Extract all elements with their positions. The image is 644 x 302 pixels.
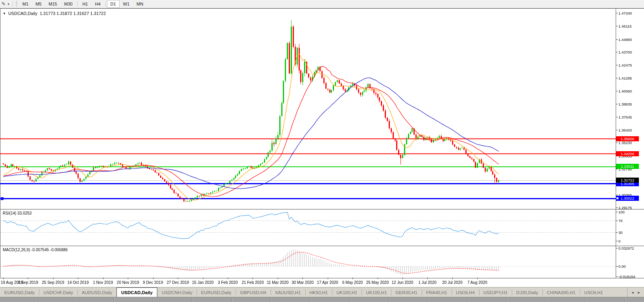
price-axis-tick: 1.47340	[618, 11, 632, 15]
price-axis-tick: 1.43700	[618, 50, 632, 54]
timeframe-button-m15[interactable]: M15	[45, 0, 61, 8]
tab-eurusd-daily[interactable]: EURUSD,Daily	[197, 287, 236, 297]
price-axis-tick: 1.40060	[618, 89, 632, 93]
price-axis-tick: 1.37645	[618, 115, 632, 119]
price-axis-tick: 1.44890	[618, 37, 632, 42]
status-pane-divider	[507, 298, 507, 302]
price-level-label: 1.33011	[616, 164, 639, 169]
rsi-axis-tick: 100	[618, 210, 625, 214]
timeframe-button-m5[interactable]: M5	[32, 0, 45, 8]
timeframe-button-w1[interactable]: W1	[120, 0, 133, 8]
mt4-application-window: ✎ ▼ M1M5M15M30H1H4D1W1MN ▼ USDCAD,Daily …	[0, 0, 644, 302]
price-level-label: 1.35606	[616, 136, 639, 141]
line-drag-handle[interactable]	[616, 197, 619, 200]
date-label: 21 Feb 2020	[242, 280, 264, 285]
price-axis-tick: 1.41285	[618, 76, 632, 80]
draw-tool-button[interactable]: ✎ ▼	[0, 0, 11, 8]
rsi-axis-tick: 30	[618, 230, 623, 235]
timeframe-toolbar: ✎ ▼ M1M5M15M30H1H4D1W1MN	[0, 0, 644, 8]
chart-ohlc-values: 1.31773 1.31872 1.31627 1.31722	[40, 11, 106, 16]
date-label: 25 Sep 2019	[42, 280, 65, 285]
status-pane-divider	[625, 298, 626, 302]
status-pane-divider	[153, 298, 153, 302]
date-label: 30 Mar 2020	[292, 280, 314, 285]
macd-axis-tick: -0.018154	[618, 274, 635, 279]
tab-eurusd-daily[interactable]: EURUSD,Daily	[0, 287, 39, 297]
date-label: 14 Oct 2019	[67, 280, 89, 285]
date-label: 20 Jul 2020	[442, 280, 463, 285]
toolbar-separator	[105, 1, 106, 7]
tab-gbpusd-h4[interactable]: GBPUSD,H4	[236, 287, 270, 297]
status-pane-divider	[271, 298, 271, 302]
macd-axis-tick: 0.00	[618, 264, 626, 269]
tab-usdcnh-daily[interactable]: USDCNH,Daily	[157, 287, 197, 297]
date-label: 17 Apr 2020	[317, 280, 338, 285]
toolbar-separator	[77, 1, 78, 7]
timeframe-button-d1[interactable]: D1	[107, 0, 120, 8]
tab-scroll-arrows: ◄ ►	[627, 287, 644, 297]
date-label: 7 Aug 2020	[467, 280, 487, 285]
rsi-axis-tick: 0	[618, 239, 620, 243]
tab-audusd-daily[interactable]: AUDUSD,Daily	[78, 287, 116, 297]
chart-canvas[interactable]	[0, 0, 644, 302]
date-label: 12 Jun 2020	[392, 280, 413, 285]
tab-fra40-h1[interactable]: FRA40,H1	[422, 287, 452, 297]
date-label: 9 Dec 2019	[143, 280, 163, 285]
price-axis-tick: 1.36420	[618, 128, 632, 132]
price-axis-tick: 1.29175	[618, 206, 632, 210]
status-pane-divider	[585, 298, 586, 302]
tab-usoil-h4[interactable]: USOil,H4	[452, 287, 479, 297]
date-label: 1 Jul 2020	[418, 280, 436, 285]
status-pane-divider	[389, 298, 389, 302]
status-pane-divider	[231, 298, 232, 302]
caret-down-icon: ▼	[7, 3, 10, 6]
timeframe-button-m30[interactable]: M30	[61, 0, 76, 8]
toolbar-grip-handle[interactable]	[16, 1, 17, 7]
chart-tab-bar: EURUSD,DailyUSDCHF,DailyAUDUSD,DailyUSDC…	[0, 287, 644, 297]
tab-scroll-right-icon[interactable]: ►	[636, 291, 642, 295]
date-label: 6 May 2020	[342, 280, 363, 285]
chart-tabs: EURUSD,DailyUSDCHF,DailyAUDUSD,DailyUSDC…	[0, 287, 607, 297]
price-axis-tick: 1.38835	[618, 102, 632, 106]
status-pane-divider	[349, 298, 350, 302]
date-label: 25 May 2020	[366, 280, 389, 285]
status-pane-divider	[310, 298, 311, 302]
tab-usoil-h1[interactable]: USOil,H1	[580, 287, 607, 297]
timeframe-button-m1[interactable]: M1	[19, 0, 32, 8]
tab-usdcad-daily[interactable]: USDCAD,Daily	[116, 287, 157, 297]
tab-uk100-h1[interactable]: UK100,H1	[362, 287, 391, 297]
status-pane-divider	[467, 298, 468, 302]
chart-dropdown-icon[interactable]: ▼	[3, 12, 6, 15]
timeframe-button-h4[interactable]: H4	[91, 0, 104, 8]
rsi-indicator-label: RSI(14) 33.0253	[3, 211, 31, 215]
tab-xauusd-h1[interactable]: XAUUSD,H1	[271, 287, 305, 297]
tab-china300-h1[interactable]: CHINA300,H1	[543, 287, 580, 297]
status-pane-divider	[192, 298, 193, 302]
price-axis-tick: 1.35230	[618, 141, 632, 145]
price-axis-tick: 1.46115	[618, 24, 632, 28]
rsi-axis-tick: 70	[618, 219, 623, 223]
tab-hk50-h1[interactable]: HK50,H1	[305, 287, 332, 297]
status-pane-divider	[113, 298, 114, 302]
timeframe-button-mn[interactable]: MN	[133, 0, 147, 8]
status-pane-divider	[546, 298, 547, 302]
timeframe-buttons: M1M5M15M30H1H4D1W1MN	[19, 0, 147, 8]
price-level-label: 1.30022	[616, 196, 639, 201]
date-label: 1 Nov 2019	[93, 280, 113, 285]
tab-dj30-daily[interactable]: DJ30,Daily	[512, 287, 543, 297]
tab-usdchf-daily[interactable]: USDCHF,Daily	[39, 287, 77, 297]
tab-scroll-left-icon[interactable]: ◄	[630, 291, 635, 295]
tab-ger30-h1[interactable]: GER30,H1	[391, 287, 422, 297]
tab-usdjpy-h1[interactable]: USDJPY,H1	[479, 287, 512, 297]
date-label: 3 Feb 2020	[218, 280, 238, 285]
date-label: 27 Dec 2019	[167, 280, 189, 285]
current-price-label: 1.31722	[616, 178, 639, 183]
tab-uk100-h1[interactable]: UK100,H1	[332, 287, 362, 297]
macd-axis-tick: 0.032972	[618, 246, 634, 250]
chart-title: ▼ USDCAD,Daily 1.31773 1.31872 1.31627 1…	[3, 11, 106, 16]
chart-symbol-label: USDCAD,Daily	[8, 11, 37, 16]
timeframe-button-h1[interactable]: H1	[79, 0, 91, 8]
date-label: 15 Jan 2020	[192, 280, 214, 285]
status-pane-divider	[428, 298, 429, 302]
status-bar	[0, 297, 644, 302]
